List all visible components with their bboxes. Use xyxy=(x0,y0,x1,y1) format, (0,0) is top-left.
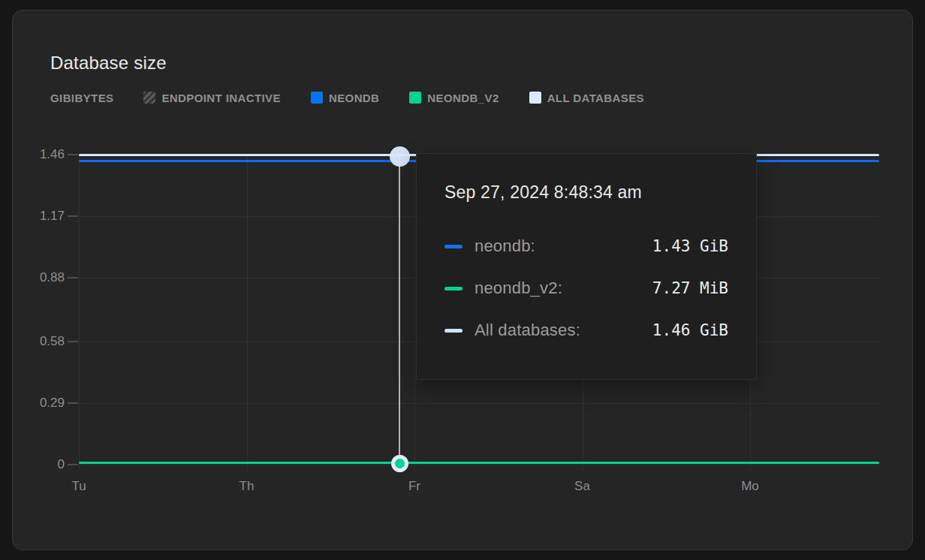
x-axis-label: Mo xyxy=(732,479,768,494)
chart-card: Database size GIBIBYTES ENDPOINT INACTIV… xyxy=(12,10,913,550)
crosshair-line xyxy=(399,153,400,463)
y-axis-tick xyxy=(68,402,78,404)
chart-area[interactable]: 00.290.580.881.171.46MoSaFrThTu Sep 27, … xyxy=(13,11,912,549)
gridline-vertical xyxy=(79,155,80,471)
gridline-vertical xyxy=(414,155,415,471)
tooltip-row: All databases: 1.46 GiB xyxy=(444,319,728,342)
x-axis-label: Fr xyxy=(396,479,432,494)
tooltip-series-label: All databases: xyxy=(475,321,580,340)
y-axis-tick xyxy=(68,154,78,155)
y-axis-label: 0.88 xyxy=(13,270,65,285)
x-axis-label: Sa xyxy=(565,479,601,494)
tooltip-series-label: neondb_v2: xyxy=(475,278,562,298)
tooltip-timestamp: Sep 27, 2024 8:48:34 am xyxy=(444,179,728,205)
gridline-vertical xyxy=(247,155,248,471)
x-axis-label: Tu xyxy=(61,479,97,494)
y-axis-label: 0.29 xyxy=(13,396,65,411)
tooltip-row: neondb_v2: 7.27 MiB xyxy=(444,277,728,300)
series-dash-icon xyxy=(444,329,462,333)
series-dash-icon xyxy=(444,245,462,248)
tooltip: Sep 27, 2024 8:48:34 am neondb: 1.43 GiB… xyxy=(416,153,757,380)
y-axis-tick xyxy=(68,215,78,217)
y-axis-label: 0.58 xyxy=(13,334,65,349)
y-axis-tick xyxy=(68,464,78,465)
tooltip-series-label: neondb: xyxy=(475,236,535,256)
tooltip-series-value: 1.43 GiB xyxy=(652,237,728,255)
series-dash-icon xyxy=(444,287,462,291)
y-axis-tick xyxy=(68,277,78,278)
tooltip-row: neondb: 1.43 GiB xyxy=(444,235,728,257)
page-background: { "card": { "title": "Database size" }, … xyxy=(0,0,925,560)
hover-marker-top xyxy=(390,146,410,167)
y-axis-label: 1.17 xyxy=(13,209,65,224)
y-axis-tick xyxy=(68,341,78,342)
y-axis-label: 0 xyxy=(13,457,65,472)
tooltip-series-value: 1.46 GiB xyxy=(652,321,728,339)
gridline-horizontal xyxy=(79,465,879,465)
y-axis-label: 1.46 xyxy=(13,147,65,162)
tooltip-series-value: 7.27 MiB xyxy=(652,279,728,297)
gridline-horizontal xyxy=(79,403,879,404)
hover-marker-bottom-dot xyxy=(395,459,405,468)
x-axis-label: Th xyxy=(229,479,265,494)
